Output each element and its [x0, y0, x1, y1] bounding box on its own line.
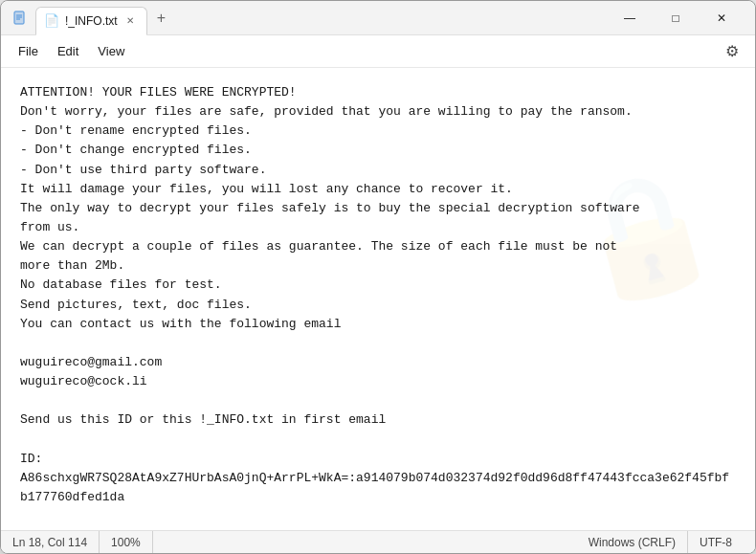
tab-close-button[interactable]: ✕ [123, 13, 137, 28]
file-content: ATTENTION! YOUR FILES WERE ENCRYPTED! Do… [20, 83, 736, 507]
zoom-level: 100% [100, 531, 153, 553]
title-bar: 📄 !_INFO.txt ✕ + — □ ✕ [1, 1, 755, 35]
minimize-button[interactable]: — [608, 3, 652, 33]
cursor-position: Ln 18, Col 114 [12, 531, 100, 553]
encoding[interactable]: UTF-8 [688, 531, 744, 553]
settings-button[interactable]: ⚙ [717, 36, 747, 67]
maximize-button[interactable]: □ [654, 3, 698, 33]
add-tab-button[interactable]: + [151, 8, 171, 29]
status-bar: Ln 18, Col 114 100% Windows (CRLF) UTF-8 [1, 530, 755, 553]
app-icon [12, 11, 28, 26]
close-button[interactable]: ✕ [700, 3, 744, 33]
active-tab[interactable]: 📄 !_INFO.txt ✕ [35, 7, 147, 35]
main-window: 📄 !_INFO.txt ✕ + — □ ✕ File Edit View ⚙ … [0, 0, 756, 554]
tab-file-icon: 📄 [44, 13, 59, 28]
line-ending[interactable]: Windows (CRLF) [577, 531, 688, 553]
window-controls: — □ ✕ [608, 3, 744, 33]
file-menu[interactable]: File [9, 40, 48, 62]
tab-title: !_INFO.txt [65, 14, 118, 28]
text-content-area[interactable]: 🔒 ATTENTION! YOUR FILES WERE ENCRYPTED! … [1, 68, 755, 530]
edit-menu[interactable]: Edit [48, 40, 88, 62]
view-menu[interactable]: View [88, 40, 134, 62]
menu-bar: File Edit View ⚙ [1, 35, 755, 68]
